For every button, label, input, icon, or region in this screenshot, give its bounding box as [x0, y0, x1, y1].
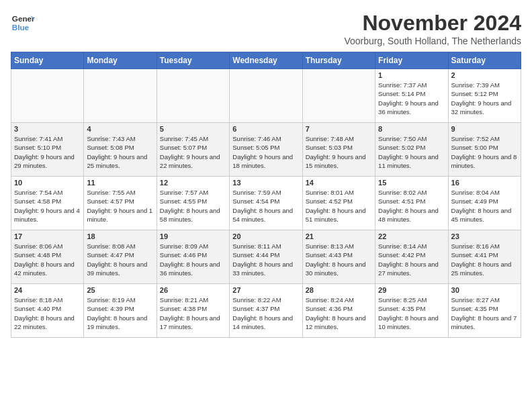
day-info: Sunrise: 8:09 AM Sunset: 4:46 PM Dayligh… — [160, 242, 226, 277]
day-info: Sunrise: 7:55 AM Sunset: 4:57 PM Dayligh… — [87, 188, 153, 224]
day-info: Sunrise: 7:37 AM Sunset: 5:14 PM Dayligh… — [378, 81, 445, 116]
day-number: 27 — [232, 286, 299, 294]
calendar-week-row: 17Sunrise: 8:06 AM Sunset: 4:48 PM Dayli… — [11, 230, 521, 284]
calendar-cell: 25Sunrise: 8:19 AM Sunset: 4:39 PM Dayli… — [84, 284, 157, 338]
calendar-cell: 5Sunrise: 7:45 AM Sunset: 5:07 PM Daylig… — [157, 123, 229, 177]
day-number: 16 — [451, 179, 518, 187]
calendar-cell: 12Sunrise: 7:57 AM Sunset: 4:55 PM Dayli… — [157, 177, 229, 230]
day-info: Sunrise: 7:43 AM Sunset: 5:08 PM Dayligh… — [87, 134, 153, 170]
calendar-header: SundayMondayTuesdayWednesdayThursdayFrid… — [11, 52, 521, 69]
day-number: 3 — [14, 125, 81, 133]
day-number: 7 — [306, 125, 372, 133]
day-number: 30 — [451, 286, 518, 294]
calendar-table: SundayMondayTuesdayWednesdayThursdayFrid… — [11, 52, 521, 338]
day-info: Sunrise: 8:13 AM Sunset: 4:43 PM Dayligh… — [306, 242, 372, 277]
day-number: 17 — [14, 232, 81, 240]
day-info: Sunrise: 7:59 AM Sunset: 4:54 PM Dayligh… — [232, 188, 299, 224]
day-number: 4 — [87, 125, 153, 133]
day-number: 5 — [160, 125, 226, 133]
logo-icon: General Blue — [11, 11, 35, 35]
day-info: Sunrise: 8:27 AM Sunset: 4:35 PM Dayligh… — [451, 295, 518, 331]
calendar-cell: 20Sunrise: 8:11 AM Sunset: 4:44 PM Dayli… — [230, 230, 302, 284]
day-info: Sunrise: 8:11 AM Sunset: 4:44 PM Dayligh… — [232, 242, 299, 277]
calendar-cell: 14Sunrise: 8:01 AM Sunset: 4:52 PM Dayli… — [302, 177, 375, 230]
day-info: Sunrise: 7:52 AM Sunset: 5:00 PM Dayligh… — [451, 134, 518, 170]
calendar-cell: 26Sunrise: 8:21 AM Sunset: 4:38 PM Dayli… — [157, 284, 229, 338]
day-of-week-header: Tuesday — [157, 52, 229, 69]
day-info: Sunrise: 8:25 AM Sunset: 4:35 PM Dayligh… — [378, 295, 445, 331]
day-number: 6 — [232, 125, 299, 133]
day-number: 26 — [160, 286, 226, 294]
calendar-week-row: 10Sunrise: 7:54 AM Sunset: 4:58 PM Dayli… — [11, 177, 521, 230]
header: General Blue November 2024 Voorburg, Sou… — [11, 11, 521, 46]
day-of-week-header: Thursday — [302, 52, 375, 69]
calendar-cell: 30Sunrise: 8:27 AM Sunset: 4:35 PM Dayli… — [448, 284, 521, 338]
day-info: Sunrise: 7:54 AM Sunset: 4:58 PM Dayligh… — [14, 188, 81, 224]
day-info: Sunrise: 7:48 AM Sunset: 5:03 PM Dayligh… — [306, 134, 372, 170]
calendar-cell: 4Sunrise: 7:43 AM Sunset: 5:08 PM Daylig… — [84, 123, 157, 177]
calendar-week-row: 24Sunrise: 8:18 AM Sunset: 4:40 PM Dayli… — [11, 284, 521, 338]
day-number: 9 — [451, 125, 518, 133]
day-number: 8 — [378, 125, 445, 133]
calendar-cell: 24Sunrise: 8:18 AM Sunset: 4:40 PM Dayli… — [11, 284, 84, 338]
calendar-cell: 3Sunrise: 7:41 AM Sunset: 5:10 PM Daylig… — [11, 123, 84, 177]
day-number: 19 — [160, 232, 226, 240]
day-info: Sunrise: 7:45 AM Sunset: 5:07 PM Dayligh… — [160, 134, 226, 170]
logo: General Blue — [11, 11, 35, 35]
calendar-cell — [230, 69, 302, 123]
day-number: 21 — [306, 232, 372, 240]
day-number: 23 — [451, 232, 518, 240]
day-number: 29 — [378, 286, 445, 294]
day-info: Sunrise: 8:24 AM Sunset: 4:36 PM Dayligh… — [306, 295, 372, 331]
calendar-cell: 28Sunrise: 8:24 AM Sunset: 4:36 PM Dayli… — [302, 284, 375, 338]
day-info: Sunrise: 7:57 AM Sunset: 4:55 PM Dayligh… — [160, 188, 226, 224]
day-number: 11 — [87, 179, 153, 187]
day-number: 15 — [378, 179, 445, 187]
day-number: 25 — [87, 286, 153, 294]
calendar-cell: 2Sunrise: 7:39 AM Sunset: 5:12 PM Daylig… — [448, 69, 521, 123]
day-info: Sunrise: 8:22 AM Sunset: 4:37 PM Dayligh… — [232, 295, 299, 331]
calendar-cell: 17Sunrise: 8:06 AM Sunset: 4:48 PM Dayli… — [11, 230, 84, 284]
calendar-cell: 22Sunrise: 8:14 AM Sunset: 4:42 PM Dayli… — [375, 230, 448, 284]
svg-text:Blue: Blue — [12, 23, 30, 32]
calendar-cell — [157, 69, 229, 123]
day-number: 24 — [14, 286, 81, 294]
day-info: Sunrise: 8:21 AM Sunset: 4:38 PM Dayligh… — [160, 295, 226, 331]
day-number: 2 — [451, 71, 518, 79]
calendar-cell: 13Sunrise: 7:59 AM Sunset: 4:54 PM Dayli… — [230, 177, 302, 230]
title-block: November 2024 Voorburg, South Holland, T… — [344, 11, 521, 46]
day-number: 12 — [160, 179, 226, 187]
calendar-cell: 1Sunrise: 7:37 AM Sunset: 5:14 PM Daylig… — [375, 69, 448, 123]
month-title: November 2024 — [344, 11, 521, 36]
day-of-week-header: Wednesday — [230, 52, 302, 69]
calendar-cell: 16Sunrise: 8:04 AM Sunset: 4:49 PM Dayli… — [448, 177, 521, 230]
calendar-cell: 15Sunrise: 8:02 AM Sunset: 4:51 PM Dayli… — [375, 177, 448, 230]
day-number: 14 — [306, 179, 372, 187]
day-info: Sunrise: 8:02 AM Sunset: 4:51 PM Dayligh… — [378, 188, 445, 224]
day-info: Sunrise: 8:01 AM Sunset: 4:52 PM Dayligh… — [306, 188, 372, 224]
location-subtitle: Voorburg, South Holland, The Netherlands — [344, 36, 521, 46]
calendar-week-row: 3Sunrise: 7:41 AM Sunset: 5:10 PM Daylig… — [11, 123, 521, 177]
calendar-cell: 7Sunrise: 7:48 AM Sunset: 5:03 PM Daylig… — [302, 123, 375, 177]
calendar-cell: 21Sunrise: 8:13 AM Sunset: 4:43 PM Dayli… — [302, 230, 375, 284]
day-info: Sunrise: 8:06 AM Sunset: 4:48 PM Dayligh… — [14, 242, 81, 277]
day-number: 20 — [232, 232, 299, 240]
day-info: Sunrise: 8:19 AM Sunset: 4:39 PM Dayligh… — [87, 295, 153, 331]
calendar-cell: 6Sunrise: 7:46 AM Sunset: 5:05 PM Daylig… — [230, 123, 302, 177]
day-number: 18 — [87, 232, 153, 240]
day-of-week-header: Friday — [375, 52, 448, 69]
calendar-week-row: 1Sunrise: 7:37 AM Sunset: 5:14 PM Daylig… — [11, 69, 521, 123]
calendar-cell — [11, 69, 84, 123]
calendar-cell: 23Sunrise: 8:16 AM Sunset: 4:41 PM Dayli… — [448, 230, 521, 284]
calendar-cell: 8Sunrise: 7:50 AM Sunset: 5:02 PM Daylig… — [375, 123, 448, 177]
calendar-cell: 18Sunrise: 8:08 AM Sunset: 4:47 PM Dayli… — [84, 230, 157, 284]
calendar-cell: 11Sunrise: 7:55 AM Sunset: 4:57 PM Dayli… — [84, 177, 157, 230]
day-info: Sunrise: 7:41 AM Sunset: 5:10 PM Dayligh… — [14, 134, 81, 170]
day-info: Sunrise: 8:16 AM Sunset: 4:41 PM Dayligh… — [451, 242, 518, 277]
day-of-week-header: Sunday — [11, 52, 84, 69]
day-number: 22 — [378, 232, 445, 240]
day-number: 13 — [232, 179, 299, 187]
day-info: Sunrise: 8:18 AM Sunset: 4:40 PM Dayligh… — [14, 295, 81, 331]
calendar-cell: 19Sunrise: 8:09 AM Sunset: 4:46 PM Dayli… — [157, 230, 229, 284]
calendar-cell: 29Sunrise: 8:25 AM Sunset: 4:35 PM Dayli… — [375, 284, 448, 338]
